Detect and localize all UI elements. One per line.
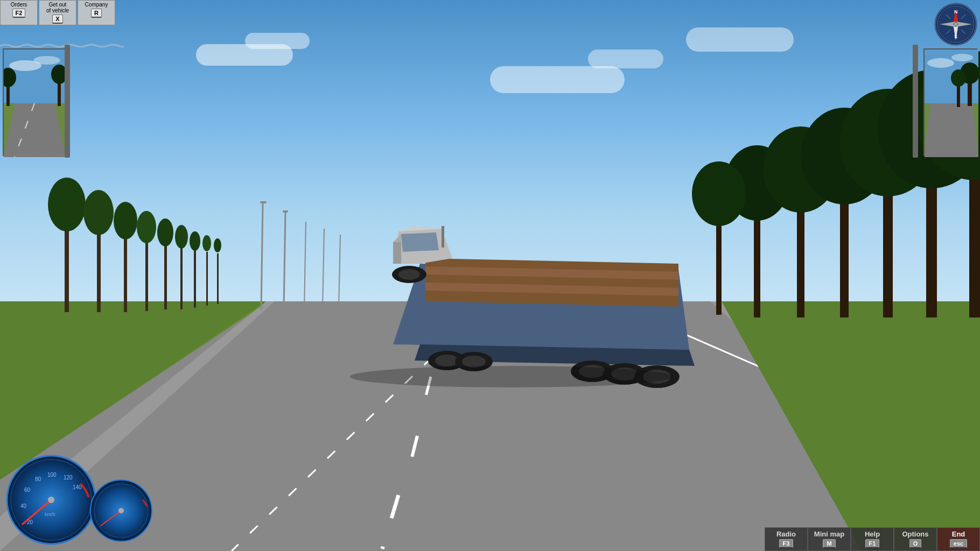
toolbar-wavy-border — [0, 40, 124, 45]
svg-point-75 — [350, 366, 673, 387]
svg-text:120: 120 — [64, 475, 73, 481]
svg-point-125 — [118, 508, 124, 513]
svg-point-24 — [190, 231, 200, 251]
svg-point-96 — [951, 69, 966, 87]
svg-line-45 — [284, 213, 285, 309]
options-button[interactable]: Options O — [894, 527, 937, 551]
radio-button[interactable]: Radio F3 — [765, 527, 808, 551]
bottom-toolbar: Radio F3 Mini map M Help F1 Options O En… — [765, 527, 980, 551]
svg-point-109 — [954, 23, 957, 26]
right-mirror-bracket — [913, 45, 918, 158]
svg-text:140: 140 — [73, 484, 82, 490]
svg-rect-31 — [797, 199, 804, 317]
svg-rect-72 — [442, 226, 444, 248]
svg-marker-89 — [925, 103, 978, 157]
compass-svg: N S — [934, 3, 977, 46]
svg-point-66 — [462, 356, 486, 368]
svg-point-14 — [83, 190, 114, 235]
left-mirror-bracket — [65, 45, 70, 158]
left-mirror — [3, 48, 65, 156]
minimap-button[interactable]: Mini map M — [808, 527, 851, 551]
svg-marker-71 — [393, 242, 401, 264]
svg-point-16 — [114, 202, 137, 239]
svg-rect-37 — [926, 167, 937, 317]
svg-point-22 — [175, 225, 188, 249]
end-button[interactable]: End esc — [937, 527, 980, 551]
svg-text:60: 60 — [24, 487, 31, 493]
svg-point-91 — [927, 58, 954, 68]
svg-rect-44 — [260, 201, 267, 203]
speedometer-svg: 20 40 60 80 100 120 140 km/h — [5, 454, 97, 546]
svg-rect-46 — [283, 210, 288, 213]
svg-point-42 — [692, 161, 746, 226]
svg-rect-41 — [716, 215, 722, 315]
svg-point-26 — [202, 235, 211, 251]
dashboard-gauges: 20 40 60 80 100 120 140 km/h — [5, 454, 153, 546]
svg-point-92 — [951, 54, 973, 61]
svg-text:80: 80 — [35, 476, 41, 482]
top-toolbar: Orders F2 Get outof vehicle X Company R — [0, 0, 115, 25]
svg-rect-23 — [194, 250, 196, 308]
svg-rect-11 — [65, 226, 69, 312]
svg-text:40: 40 — [20, 503, 27, 509]
svg-point-12 — [48, 178, 86, 231]
svg-point-74 — [398, 269, 420, 280]
svg-rect-15 — [124, 237, 127, 312]
speedometer: 20 40 60 80 100 120 140 km/h — [5, 454, 97, 546]
secondary-gauge — [89, 478, 153, 543]
svg-rect-35 — [883, 178, 893, 317]
svg-rect-19 — [164, 245, 167, 309]
get-out-vehicle-button[interactable]: Get outof vehicle X — [39, 0, 76, 25]
right-mirror — [923, 48, 977, 156]
svg-point-20 — [157, 218, 173, 246]
svg-rect-33 — [840, 188, 849, 317]
svg-rect-25 — [206, 252, 208, 306]
svg-point-18 — [137, 211, 156, 243]
svg-line-47 — [304, 222, 306, 309]
svg-line-49 — [339, 235, 340, 309]
compass: N S — [934, 3, 977, 46]
secondary-gauge-svg — [89, 478, 153, 543]
svg-rect-21 — [180, 248, 183, 309]
svg-line-43 — [261, 203, 263, 309]
svg-rect-39 — [969, 156, 980, 317]
left-mirror-view — [4, 50, 66, 157]
svg-point-82 — [33, 56, 60, 65]
svg-text:km/h: km/h — [45, 512, 55, 517]
svg-text:100: 100 — [47, 472, 57, 478]
company-button[interactable]: Company R — [78, 0, 115, 25]
orders-button[interactable]: Orders F2 — [0, 0, 38, 25]
svg-text:N: N — [954, 9, 958, 15]
svg-line-48 — [323, 229, 324, 309]
svg-rect-29 — [754, 210, 760, 317]
svg-point-121 — [48, 497, 54, 503]
right-mirror-view — [925, 50, 978, 157]
game-viewport: Orders F2 Get outof vehicle X Company R — [0, 0, 980, 551]
svg-rect-13 — [97, 231, 101, 312]
svg-marker-78 — [4, 103, 66, 157]
svg-point-28 — [214, 238, 221, 252]
svg-marker-69 — [401, 232, 439, 252]
svg-text:S: S — [954, 34, 957, 39]
svg-rect-17 — [145, 241, 148, 311]
help-button[interactable]: Help F1 — [851, 527, 894, 551]
svg-rect-27 — [217, 253, 219, 304]
